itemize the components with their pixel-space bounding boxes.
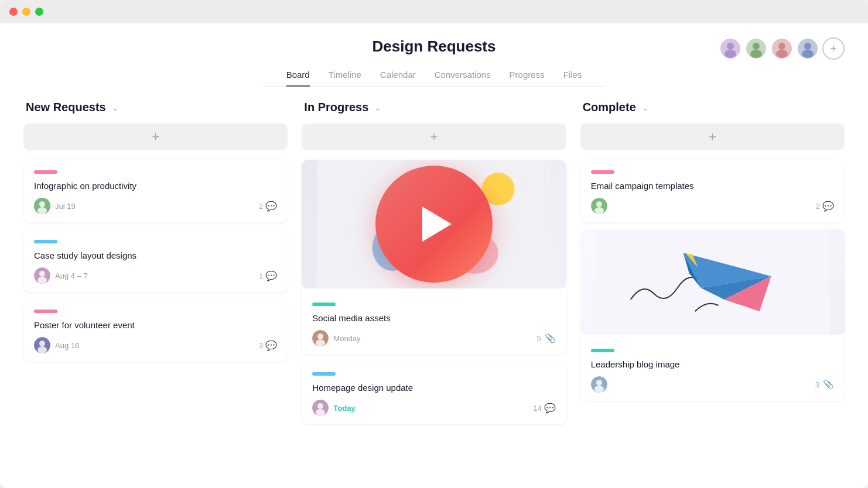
avatar-4[interactable] [797, 37, 819, 60]
card-tag [34, 240, 57, 243]
comment-icon: 💬 [822, 201, 834, 212]
card-poster[interactable]: Poster for volunteer event Aug 16 [23, 299, 288, 362]
card-comments: 14 💬 [533, 403, 555, 414]
card-footer: Aug 16 3 💬 [34, 337, 277, 353]
column-new-requests: New Requests ⌄ + Infographic on producti… [23, 101, 288, 474]
play-arrow-icon [422, 207, 452, 242]
avatar-2-image [746, 39, 766, 59]
comment-count: 14 [533, 404, 541, 413]
card-user [591, 198, 607, 214]
card-email-campaign[interactable]: Email campaign templates [580, 160, 845, 222]
close-button[interactable] [9, 8, 18, 16]
tab-conversations[interactable]: Conversations [435, 64, 491, 87]
avatar-3[interactable] [771, 37, 793, 60]
card-homepage[interactable]: Homepage design update Today [302, 362, 566, 424]
comment-icon: 💬 [265, 340, 277, 351]
attachment-icon: 📎 [823, 379, 834, 390]
avatar-1[interactable] [719, 37, 741, 60]
svg-point-12 [39, 271, 45, 277]
card-comments: 1 💬 [259, 270, 277, 281]
avatar [591, 376, 607, 393]
card-footer: Jul 19 2 💬 [34, 198, 277, 214]
card-tag [34, 310, 57, 313]
card-footer: Monday 5 📎 [312, 330, 555, 346]
avatar-2[interactable] [745, 37, 767, 60]
card-user: Monday [312, 330, 360, 346]
card-comments: 3 💬 [259, 340, 277, 351]
chevron-down-icon: ⌄ [374, 103, 381, 112]
card-date: Monday [333, 334, 360, 343]
card-tag [312, 372, 336, 376]
add-card-button-complete[interactable]: + [580, 123, 845, 150]
card-date-today: Today [333, 404, 355, 413]
paper-plane-illustration [580, 229, 845, 335]
card-date: Aug 4 – 7 [55, 272, 88, 280]
card-comments: 2 💬 [259, 201, 277, 212]
avatar-image [34, 267, 50, 284]
comment-count: 1 [259, 272, 263, 280]
card-content: Social media assets M [302, 294, 566, 355]
avatar-3-image [772, 39, 792, 59]
attachment-icon: 📎 [545, 333, 556, 343]
card-comments: 3 📎 [815, 379, 834, 390]
app-window: Design Requests [0, 0, 868, 488]
avatar-image [34, 337, 50, 353]
title-bar [0, 0, 868, 23]
tab-progress[interactable]: Progress [510, 64, 545, 87]
column-in-progress: In Progress ⌄ + [302, 101, 566, 474]
header: Design Requests [0, 23, 868, 87]
card-case-study[interactable]: Case study layout designs Aug 4 – 7 [23, 229, 288, 292]
avatar-image [591, 376, 607, 393]
card-tag [591, 349, 614, 352]
column-title-new-requests: New Requests [26, 101, 106, 114]
tab-calendar[interactable]: Calendar [380, 64, 416, 87]
card-title: Leadership blog image [591, 358, 834, 370]
column-complete: Complete ⌄ + Email campaign templates [580, 101, 845, 474]
comment-icon: 💬 [265, 270, 277, 281]
tab-timeline[interactable]: Timeline [329, 64, 361, 87]
card-title: Poster for volunteer event [34, 319, 277, 331]
app-container: Design Requests [0, 23, 868, 488]
svg-point-4 [778, 43, 785, 50]
svg-point-7 [802, 50, 814, 58]
svg-point-6 [804, 43, 811, 50]
card-user: Aug 16 [34, 337, 79, 353]
svg-point-16 [37, 346, 47, 353]
navigation-tabs: Board Timeline Calendar Conversations Pr… [263, 64, 606, 87]
minimize-button[interactable] [22, 8, 30, 16]
column-title-in-progress: In Progress [304, 101, 368, 114]
maximize-button[interactable] [35, 8, 43, 16]
card-tag [591, 170, 614, 174]
svg-point-10 [37, 207, 47, 214]
column-header-new-requests: New Requests ⌄ [23, 101, 288, 114]
avatar [34, 198, 50, 214]
card-social-media[interactable]: Social media assets M [302, 160, 566, 355]
svg-point-27 [317, 334, 323, 339]
svg-point-1 [725, 50, 736, 58]
comment-icon: 💬 [265, 201, 277, 212]
card-tag [312, 303, 336, 306]
card-footer: 3 📎 [591, 376, 834, 393]
avatar [591, 198, 607, 214]
card-user: Aug 4 – 7 [34, 267, 88, 284]
column-header-complete: Complete ⌄ [580, 101, 845, 114]
card-leadership-blog[interactable]: Leadership blog image [580, 229, 845, 401]
svg-point-3 [750, 50, 762, 58]
card-tag [34, 170, 57, 174]
add-member-button[interactable]: + [822, 37, 845, 60]
avatar-image [591, 198, 607, 214]
avatar-image [312, 400, 329, 416]
card-infographic[interactable]: Infographic on productivity Jul 19 [23, 160, 288, 222]
svg-point-15 [39, 341, 45, 346]
svg-point-13 [37, 277, 47, 284]
add-card-button-progress[interactable]: + [302, 123, 566, 150]
tab-files[interactable]: Files [563, 64, 582, 87]
card-title: Homepage design update [312, 382, 555, 394]
comment-count: 5 [536, 334, 541, 343]
add-card-button-new[interactable]: + [23, 123, 288, 150]
play-button[interactable] [375, 166, 493, 283]
member-avatars: + [719, 37, 845, 60]
avatar-1-image [720, 39, 740, 59]
tab-board[interactable]: Board [286, 64, 310, 87]
svg-point-0 [727, 43, 734, 50]
